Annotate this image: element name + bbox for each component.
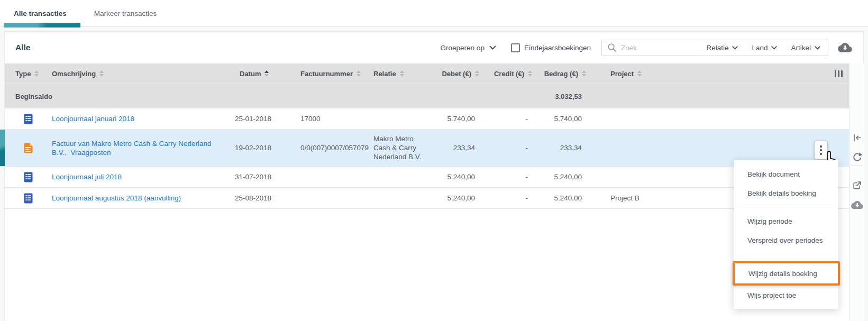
chevron-down-icon [815, 46, 820, 50]
menu-item-wijs-project-toe[interactable]: Wijs project toe [734, 286, 838, 305]
cell-project [586, 143, 849, 153]
cell-datum: 19-02-2018 [235, 139, 300, 157]
cell-credit: - [479, 168, 532, 186]
journal-document-icon [24, 114, 33, 124]
table-row[interactable]: Factuur van Makro Metro Cash & Carry Ned… [5, 130, 849, 167]
column-settings-icon[interactable] [835, 70, 843, 77]
menu-item-verspreid-over-periodes[interactable]: Verspreid over periodes [734, 231, 838, 250]
redo-arrow-icon [852, 151, 863, 162]
column-header-factuurnummer[interactable]: Factuurnummer [300, 70, 373, 78]
filter-land-dropdown[interactable]: Land [752, 44, 777, 52]
cell-bedrag: 233,34 [532, 139, 586, 157]
cell-datum: 31-07-2018 [235, 168, 300, 186]
active-tab-underline [4, 23, 80, 27]
strip-divider [851, 166, 863, 166]
panel-header: Alle Groeperen op Eindejaarsboekingen [5, 32, 863, 63]
cell-factuurnummer [300, 194, 373, 203]
cell-bedrag: 5.740,00 [532, 109, 586, 128]
table-row[interactable]: Loonjournaal januari 2018 25-01-2018 170… [5, 108, 849, 130]
redo-button[interactable] [851, 150, 863, 163]
cell-debet: 5.240,00 [432, 189, 479, 207]
sort-icon [34, 70, 39, 77]
tab-markeer-transacties[interactable]: Markeer transacties [80, 0, 171, 26]
journal-document-icon [24, 172, 33, 182]
menu-item-wijzig-details-boeking[interactable]: Wijzig details boeking [735, 263, 838, 283]
column-header-project[interactable]: Project [586, 70, 849, 78]
search-input[interactable] [621, 44, 692, 52]
external-link-icon [852, 180, 862, 190]
chevron-down-icon [732, 46, 738, 50]
sort-icon [637, 70, 642, 77]
table-header-row: Type Omschrijving Datum Factuurnummer Re… [5, 63, 849, 84]
cell-credit: - [479, 109, 532, 128]
column-header-type[interactable]: Type [5, 70, 52, 78]
year-end-bookings-label: Eindejaarsboekingen [524, 44, 591, 52]
collapse-left-icon [852, 133, 862, 143]
sort-icon [528, 70, 532, 77]
transaction-link[interactable]: Factuur van Makro Metro Cash & Carry Ned… [52, 139, 226, 157]
column-header-omschrijving[interactable]: Omschrijving [52, 70, 235, 78]
cell-credit: - [479, 189, 532, 207]
cell-factuurnummer: 0/0(007)0007/057079 [300, 139, 373, 157]
sort-icon [475, 70, 479, 77]
invoice-document-icon [24, 143, 33, 153]
cell-debet: 5.240,00 [432, 168, 479, 186]
sort-icon [99, 70, 104, 77]
filter-artikel-dropdown[interactable]: Artikel [791, 44, 820, 52]
column-header-relatie[interactable]: Relatie [373, 70, 432, 78]
menu-item-wijzig-periode[interactable]: Wijzig periode [734, 212, 838, 231]
opening-balance-label: Beginsaldo [5, 93, 235, 100]
journal-document-icon [24, 193, 33, 204]
cell-factuurnummer [300, 172, 373, 182]
group-by-dropdown[interactable]: Groeperen op [441, 44, 496, 52]
cell-bedrag: 5.240,00 [532, 168, 586, 186]
highlighted-menu-item-frame: Wijzig details boeking [733, 261, 840, 286]
sort-icon [357, 70, 361, 77]
cell-datum: 25-08-2018 [235, 189, 300, 207]
menu-item-bekijk-details-boeking[interactable]: Bekijk details boeking [734, 184, 838, 203]
search-icon [607, 43, 617, 52]
column-header-credit[interactable]: Credit (€) [479, 70, 532, 78]
transaction-link[interactable]: Loonjournaal juli 2018 [52, 172, 122, 181]
opening-balance-row: Beginsaldo 3.032,53 [5, 84, 849, 108]
cell-credit: - [479, 139, 532, 157]
year-end-bookings-toggle: Eindejaarsboekingen [511, 43, 591, 52]
cell-relatie: Makro Metro Cash & Carry Nederland B.V. [373, 130, 432, 166]
cloud-download-icon [838, 42, 852, 53]
menu-item-bekijk-document[interactable]: Bekijk document [734, 164, 838, 184]
open-external-button[interactable] [851, 179, 863, 191]
row-context-menu: Bekijk document Bekijk details boeking W… [734, 160, 838, 309]
opening-balance-amount: 3.032,53 [532, 93, 586, 100]
chevron-down-icon [771, 46, 777, 50]
transactions-table: Type Omschrijving Datum Factuurnummer Re… [5, 63, 849, 209]
download-button[interactable] [851, 198, 863, 211]
sort-asc-icon [264, 70, 269, 77]
year-end-bookings-checkbox[interactable] [511, 43, 520, 52]
table-row[interactable]: Loonjournaal augustus 2018 (aanvulling) … [5, 188, 849, 209]
cell-project [586, 114, 849, 124]
transaction-link[interactable]: Loonjournaal januari 2018 [52, 114, 134, 123]
cell-factuurnummer: 17000 [300, 109, 373, 128]
sort-icon [582, 70, 586, 77]
group-by-label: Groeperen op [441, 44, 485, 52]
table-body: Loonjournaal januari 2018 25-01-2018 170… [5, 108, 849, 209]
search-bar: Relatie Land Artikel [601, 40, 828, 56]
column-header-bedrag[interactable]: Bedrag (€) [532, 70, 586, 78]
table-row[interactable]: Loonjournaal juli 2018 31-07-2018 5.240,… [5, 167, 849, 188]
collapse-panel-button[interactable] [851, 131, 863, 144]
column-header-datum[interactable]: Datum [235, 70, 300, 78]
page-title: Alle [15, 43, 30, 52]
filter-relatie-dropdown[interactable]: Relatie [706, 44, 738, 52]
cell-relatie [373, 194, 432, 203]
toolbar: Groeperen op Eindejaarsboekingen Relatie [441, 40, 852, 56]
export-download-button[interactable] [837, 42, 852, 53]
cell-debet: 5.740,00 [432, 109, 479, 128]
transaction-link[interactable]: Loonjournaal augustus 2018 (aanvulling) [52, 194, 181, 203]
right-icon-strip [849, 63, 864, 321]
cell-relatie [373, 172, 432, 182]
column-header-debet[interactable]: Debet (€) [432, 70, 479, 78]
chevron-down-icon [489, 45, 496, 50]
sort-icon [400, 70, 404, 77]
tab-bar: Alle transacties Markeer transacties [0, 0, 868, 27]
active-row-accent-bar [0, 130, 5, 166]
